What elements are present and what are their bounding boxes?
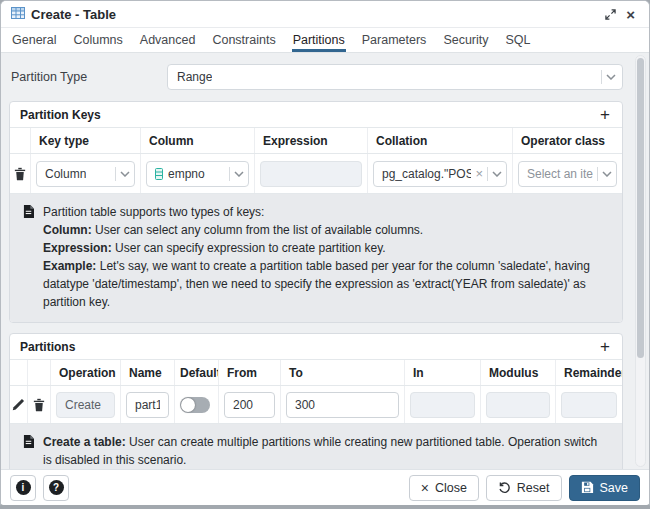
header-actions [10, 128, 30, 153]
expand-icon[interactable] [603, 7, 618, 22]
key-type-value: Column [45, 167, 86, 181]
delete-row-icon[interactable] [31, 396, 47, 414]
scrollbar-thumb[interactable] [637, 58, 644, 358]
header-default: Default [174, 360, 218, 385]
tab-constraints[interactable]: Constraints [211, 30, 276, 52]
table-icon [11, 5, 25, 23]
chevron-down-icon [120, 171, 130, 177]
tab-advanced[interactable]: Advanced [139, 30, 197, 52]
header-operator-class: Operator class [512, 128, 622, 153]
header-from: From [218, 360, 280, 385]
chevron-down-icon [234, 171, 244, 177]
info-item: Column: User can select any column from … [43, 221, 608, 239]
tab-columns[interactable]: Columns [72, 30, 123, 52]
create-table-dialog: Create - Table × General Columns Advance… [0, 0, 650, 509]
info-item: Example: Let's say, we want to create a … [43, 257, 608, 311]
header-remainder: Remainder [555, 360, 622, 385]
reset-icon [498, 481, 511, 494]
edit-row-icon[interactable] [10, 396, 27, 413]
dialog-title: Create - Table [31, 7, 116, 22]
header-key-type: Key type [30, 128, 140, 153]
tab-sql[interactable]: SQL [505, 30, 532, 52]
header-name: Name [120, 360, 174, 385]
header-to: To [280, 360, 404, 385]
save-icon [581, 481, 594, 494]
info-intro: Partition table supports two types of ke… [43, 203, 608, 221]
partitions-panel: Partitions + Operation Name Default From… [9, 333, 623, 469]
tab-general[interactable]: General [11, 30, 57, 52]
vertical-scrollbar [635, 55, 646, 467]
in-input [410, 392, 475, 418]
sql-help-button[interactable]: i [10, 475, 36, 501]
tab-bar: General Columns Advanced Constraints Par… [1, 28, 649, 53]
operation-input [56, 392, 115, 418]
partition-type-row: Partition Type Range [11, 64, 623, 90]
header-operation: Operation [50, 360, 120, 385]
partition-keys-panel: Partition Keys + Key type Column Express… [9, 101, 623, 323]
footer-bar: i ? × Close Reset Save [1, 469, 649, 505]
header-in: In [404, 360, 480, 385]
help-icon: ? [49, 480, 64, 495]
tab-parameters[interactable]: Parameters [361, 30, 428, 52]
partitions-grid-header: Operation Name Default From To In Modulu… [10, 360, 622, 386]
partitions-header: Partitions + [10, 334, 622, 360]
partition-keys-grid-header: Key type Column Expression Collation Ope… [10, 128, 622, 154]
key-column-value: empno [168, 167, 205, 181]
partitions-info-box: Create a table: User can create multiple… [10, 424, 622, 469]
partition-type-select[interactable]: Range [167, 64, 623, 90]
add-partition-key-button[interactable]: + [598, 106, 612, 123]
partitions-title: Partitions [20, 340, 75, 354]
remainder-input [561, 392, 617, 418]
column-icon [155, 168, 163, 180]
partition-keys-title: Partition Keys [20, 108, 101, 122]
tab-security[interactable]: Security [442, 30, 489, 52]
expression-input [260, 161, 362, 187]
operator-class-placeholder: Select an item... [527, 167, 593, 181]
to-input[interactable] [286, 392, 399, 418]
title-bar: Create - Table × [1, 1, 649, 28]
header-modulus: Modulus [480, 360, 555, 385]
header-collation: Collation [367, 128, 512, 153]
modulus-input [486, 392, 550, 418]
collation-select[interactable]: pg_catalog."POSIX" × [373, 161, 507, 187]
from-input[interactable] [224, 392, 275, 418]
partition-type-label: Partition Type [11, 70, 167, 84]
key-column-select[interactable]: empno [146, 161, 249, 187]
add-partition-button[interactable]: + [598, 338, 612, 355]
operator-class-select[interactable]: Select an item... [518, 161, 617, 187]
dialog-help-button[interactable]: ? [43, 475, 69, 501]
key-type-select[interactable]: Column [36, 161, 135, 187]
chevron-down-icon [602, 171, 612, 177]
info-item: Expression: User can specify expression … [43, 239, 608, 257]
collation-value: pg_catalog."POSIX" [382, 167, 471, 181]
partition-name-input[interactable] [126, 392, 169, 418]
info-icon: i [16, 480, 31, 495]
partition-row [10, 386, 622, 424]
close-icon[interactable]: × [624, 5, 637, 24]
delete-row-icon[interactable] [12, 165, 28, 183]
header-column: Column [140, 128, 254, 153]
partition-type-value: Range [177, 70, 212, 84]
tab-partitions[interactable]: Partitions [292, 30, 346, 52]
header-expression: Expression [254, 128, 367, 153]
info-item: Create a table: User can create multiple… [43, 433, 608, 469]
reset-button[interactable]: Reset [486, 475, 562, 501]
chevron-down-icon [492, 171, 502, 177]
partitions-tab-content: Partition Type Range Partition Keys + Ke… [1, 53, 649, 469]
select-divider [601, 70, 602, 84]
clear-collation-icon[interactable]: × [475, 167, 483, 180]
close-button[interactable]: × Close [409, 475, 479, 501]
save-button[interactable]: Save [569, 475, 641, 501]
partition-keys-header: Partition Keys + [10, 102, 622, 128]
partition-keys-info-box: Partition table supports two types of ke… [10, 194, 622, 322]
note-icon [23, 205, 34, 218]
close-x-icon: × [421, 481, 429, 495]
note-icon [23, 435, 34, 448]
chevron-down-icon [606, 74, 616, 80]
default-toggle[interactable] [180, 397, 210, 413]
partition-key-row: Column empno pg_catalog."POS [10, 154, 622, 194]
